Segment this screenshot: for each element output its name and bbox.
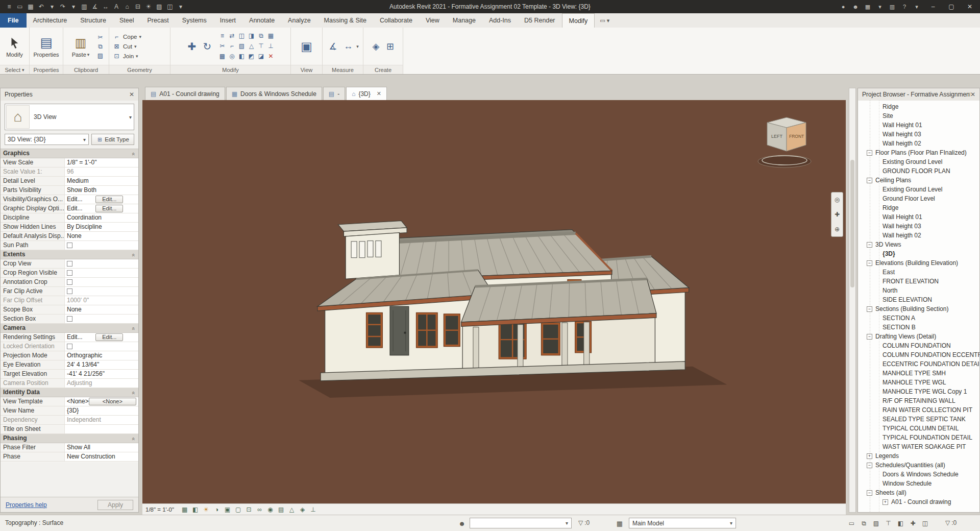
editable-only-filter[interactable]: ▽ :0 <box>578 519 590 526</box>
align-icon[interactable]: ≡ <box>218 31 227 40</box>
ribbon-tab[interactable]: Precast <box>140 13 175 28</box>
tree-item[interactable]: −+ Sections (Building Section) <box>858 304 979 313</box>
collapse-chevron-icon[interactable]: « <box>129 253 137 256</box>
copy-to-clipboard-icon[interactable]: ⧉ <box>96 42 105 51</box>
temporary-hide-isolate-icon[interactable]: ∞ <box>255 505 264 514</box>
tree-expander-icon[interactable]: −+ <box>867 306 872 312</box>
detail-level-icon[interactable]: ▦ <box>180 505 189 514</box>
paint-icon[interactable]: ▧ <box>237 41 246 50</box>
property-value[interactable]: Show Both Show Both <box>65 186 138 195</box>
tree-item[interactable]: −+ MANHOLE TYPE SMH <box>858 369 979 378</box>
tree-item[interactable]: −+ North <box>858 286 979 295</box>
tree-expander-icon[interactable]: −+ <box>867 150 872 156</box>
copy-icon[interactable]: ⧉ <box>257 31 265 40</box>
property-checkbox[interactable] <box>67 344 72 349</box>
text-icon[interactable]: A <box>111 2 121 12</box>
tree-item[interactable]: −+ A01 - Council drawing <box>858 497 979 506</box>
property-value[interactable]: Independent Independent <box>65 416 138 424</box>
property-row[interactable]: Camera « <box>1 324 138 333</box>
cut-profile-icon[interactable]: ◪ <box>257 52 265 60</box>
type-selector[interactable]: ⌂ 3D View ▾ <box>5 104 134 130</box>
property-value[interactable]: 1000' 0" 1000' 0" <box>65 296 138 305</box>
tree-expander-icon[interactable]: −+ <box>883 499 888 505</box>
property-row[interactable]: Locked Orientation « <box>1 342 138 351</box>
tree-item[interactable]: −+ Wall heigth 02 <box>858 139 979 148</box>
design-options-combobox[interactable]: ▾ <box>470 518 572 528</box>
default-3d-view-icon[interactable]: ⌂ <box>122 2 132 12</box>
redo-icon[interactable]: ↷ <box>58 2 68 12</box>
tree-item[interactable]: −+ 3D Views <box>858 240 979 249</box>
property-value[interactable]: 1/8" = 1'-0" 1/8" = 1'-0" <box>65 158 138 167</box>
unpin-icon[interactable]: ⊥ <box>266 41 275 50</box>
select-by-face-icon[interactable]: ◧ <box>896 519 905 527</box>
help-icon[interactable]: ? <box>899 2 910 12</box>
reveal-hidden-elements-icon[interactable]: ◉ <box>265 505 275 514</box>
property-value[interactable]: By Discipline By Discipline <box>65 223 138 231</box>
property-value[interactable]: Show All Show All <box>65 443 138 452</box>
rotate-icon[interactable]: ↻ <box>201 40 214 53</box>
chevron-down-icon[interactable]: ▾ <box>136 54 138 59</box>
ribbon-tab[interactable]: Steel <box>113 13 141 28</box>
collapse-chevron-icon[interactable]: « <box>129 152 137 155</box>
geometry-tool[interactable]: ⊠ Cut ▾ <box>112 42 141 51</box>
tree-item[interactable]: −+ TYPICAL COLUMN DETAIL <box>858 424 979 433</box>
pan-icon[interactable]: ✚ <box>833 210 842 219</box>
tree-item[interactable]: −+ Wall height 03 <box>858 222 979 231</box>
tree-item[interactable]: −+ Drafting Views (Detail) <box>858 332 979 341</box>
property-value[interactable] <box>65 425 138 433</box>
property-value[interactable]: {3D} {3D} <box>65 406 138 415</box>
measure-between-refs-icon[interactable]: ∡ <box>327 40 339 53</box>
close-button[interactable]: ✕ <box>961 0 979 13</box>
ribbon-tab[interactable]: View <box>419 13 446 28</box>
property-checkbox[interactable] <box>67 279 72 285</box>
measure-icon[interactable]: ∡ <box>90 2 100 12</box>
scrollbar-thumb[interactable] <box>850 160 854 287</box>
tree-item[interactable]: −+ TYPICAL FOUNDATION DETAIL <box>858 433 979 442</box>
property-value[interactable] <box>65 269 138 277</box>
steering-wheel-icon[interactable]: ◎ <box>833 196 842 204</box>
ribbon-tab[interactable]: Add-Ins <box>482 13 518 28</box>
3d-house-model[interactable] <box>142 100 846 503</box>
autodesk-apps-icon[interactable]: ▦ <box>863 2 873 12</box>
tree-expander-icon[interactable]: −+ <box>867 334 872 340</box>
tree-item[interactable]: −+ Site <box>858 111 979 120</box>
property-value[interactable]: Edit... Edit... <box>65 204 138 213</box>
property-row[interactable]: Dependency Independent Independent « <box>1 416 138 425</box>
properties-help-link[interactable]: Properties help <box>6 501 47 509</box>
modify-tool-button[interactable]: Modify <box>3 35 26 58</box>
tree-item[interactable]: −+ SEALED TYPE SEPTIC TANK <box>858 415 979 424</box>
property-row[interactable]: Phase Filter Show All Show All « <box>1 443 138 452</box>
thin-lines-icon[interactable]: ▨ <box>154 2 164 12</box>
collapse-chevron-icon[interactable]: « <box>129 327 137 330</box>
property-edit-button[interactable]: Edit... <box>95 196 123 203</box>
modify-options-icon[interactable]: ▭ <box>847 519 856 527</box>
undo-icon[interactable]: ↶ <box>36 2 46 12</box>
ribbon-tab[interactable]: Structure <box>74 13 113 28</box>
property-value[interactable] <box>65 342 138 351</box>
select-pinned-icon[interactable]: ⊤ <box>884 519 893 527</box>
undo-dropdown-icon[interactable]: ▾ <box>47 2 57 12</box>
property-row[interactable]: Target Elevation -41' 4 21/256" -41' 4 2… <box>1 370 138 379</box>
app-store-icon[interactable]: ▥ <box>887 2 897 12</box>
save-icon[interactable]: ▦ <box>26 2 36 12</box>
ribbon-tab[interactable]: Modify <box>562 13 595 28</box>
chevron-down-icon[interactable]: ▾ <box>129 114 132 120</box>
tree-item[interactable]: −+ Wall heigth 02 <box>858 231 979 240</box>
view-filter-combobox[interactable]: 3D View: {3D} ▾ <box>5 134 89 145</box>
tree-item[interactable]: −+ Ridge <box>858 102 979 111</box>
project-browser-scrollbar[interactable] <box>849 88 856 513</box>
property-row[interactable]: Scope Box None None « <box>1 305 138 315</box>
property-row[interactable]: Default Analysis Disp... None None « <box>1 232 138 241</box>
pin-icon[interactable]: ⊤ <box>257 41 265 50</box>
help-dropdown-icon[interactable]: ▾ <box>912 2 922 12</box>
collapse-chevron-icon[interactable]: « <box>129 391 137 394</box>
tree-item[interactable]: −+ COLUMN FOUNDATION ECCENTRIC <box>858 350 979 359</box>
document-tab[interactable]: ⌂ {3D} ✕ <box>346 87 387 100</box>
selection-filter[interactable]: ▽ :0 <box>945 519 957 526</box>
trim-extend-icon[interactable]: ⌐ <box>228 41 236 50</box>
tree-item[interactable]: −+ COLUMN FOUNDATION <box>858 341 979 350</box>
collapse-chevron-icon[interactable]: « <box>129 437 137 440</box>
notification-icon[interactable]: ● <box>838 2 848 12</box>
tree-item[interactable]: −+ FRONT ELEVATION <box>858 277 979 286</box>
account-dropdown-icon[interactable]: ▾ <box>875 2 885 12</box>
